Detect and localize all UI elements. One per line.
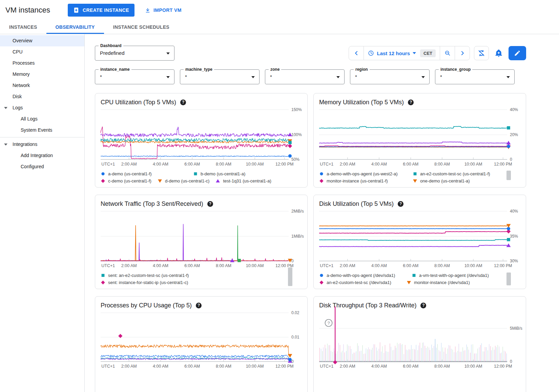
legend-scrollbar[interactable] (506, 273, 511, 285)
filter-select-instance-name[interactable]: instance_name* (95, 69, 174, 84)
auto-refresh-off-button[interactable] (474, 46, 489, 60)
legend-item[interactable]: a-demo-with-ops-agent (us-west2-a) (319, 171, 407, 176)
sidebar-item-label: All Logs (21, 116, 38, 122)
svg-text:4:00 AM: 4:00 AM (371, 364, 387, 369)
import-vm-button[interactable]: IMPORT VM (145, 4, 182, 17)
svg-text:2MiB/s: 2MiB/s (291, 209, 304, 214)
svg-text:12:00 PM: 12:00 PM (275, 162, 294, 167)
svg-text:1MiB/s: 1MiB/s (291, 234, 304, 239)
svg-text:0: 0 (291, 359, 294, 364)
filter-select-zone[interactable]: zone* (265, 69, 345, 84)
legend-item[interactable]: one-demo (us-central1-a) (413, 178, 470, 183)
tab-instances[interactable]: INSTANCES (0, 20, 46, 34)
svg-text:10:00 AM: 10:00 AM (464, 162, 482, 167)
create-instance-icon (73, 7, 79, 13)
sidebar-item-label: Logs (13, 105, 23, 110)
sidebar-item-disk[interactable]: Disk (0, 91, 84, 102)
help-icon[interactable] (180, 100, 186, 105)
time-range-selector[interactable]: Last 12 hours CET (364, 49, 440, 57)
square-marker-icon (101, 273, 105, 278)
help-icon[interactable] (398, 201, 403, 207)
dashboard-select[interactable]: Dashboard Predefined (95, 46, 174, 61)
svg-text:UTC+1: UTC+1 (320, 263, 333, 268)
sidebar-item-label: Memory (13, 71, 30, 77)
legend-label: one-demo (us-central1-a) (420, 178, 470, 183)
svg-text:8:00 AM: 8:00 AM (216, 364, 231, 369)
legend-item[interactable]: monitor-instance (us-central1-f) (319, 178, 407, 183)
sidebar-item-label: Integrations (13, 141, 37, 147)
sidebar-item-label: CPU (13, 49, 23, 55)
help-icon[interactable] (207, 201, 213, 207)
legend-item[interactable]: sent: instance-for-static-ip (us-central… (101, 280, 188, 285)
legend-item[interactable]: an-e2-custom-test-sc (/dev/sda1) (319, 280, 400, 285)
svg-text:10:00 AM: 10:00 AM (246, 263, 264, 268)
svg-text:2:00 AM: 2:00 AM (121, 162, 137, 167)
sidebar-item-system-events[interactable]: System Events (0, 125, 84, 136)
svg-text:8:00 AM: 8:00 AM (216, 263, 231, 268)
svg-text:6:00 AM: 6:00 AM (403, 263, 418, 268)
filter-label: instance_name (99, 67, 131, 72)
zoom-out-icon (444, 50, 451, 57)
time-range-value: Last 12 hours (377, 50, 410, 56)
sidebar-item-logs[interactable]: Logs (0, 102, 84, 113)
add-alert-button[interactable] (494, 49, 503, 58)
filter-select-region[interactable]: region* (350, 69, 430, 84)
legend-item[interactable]: a-demo (us-central1-f) (101, 171, 187, 176)
help-icon[interactable] (408, 100, 414, 105)
svg-text:40%: 40% (510, 209, 518, 214)
legend-scrollbar[interactable] (288, 267, 292, 286)
filter-value: * (435, 70, 514, 84)
edit-dashboard-button[interactable] (509, 46, 526, 60)
svg-text:100%: 100% (291, 132, 302, 137)
sidebar-item-network[interactable]: Network (0, 80, 84, 91)
svg-text:UTC+1: UTC+1 (320, 364, 333, 369)
legend-item[interactable]: monitor-instance (/dev/sda1) (407, 280, 470, 285)
legend-item[interactable]: a-demo-with-ops-agent (/dev/sda1) (319, 273, 406, 278)
legend-item[interactable]: c-demo (us-central1-f) (101, 178, 151, 183)
legend-item[interactable]: b-demo (us-central1-a) (193, 171, 245, 176)
time-back-button[interactable] (349, 46, 364, 60)
time-forward-button[interactable] (455, 46, 470, 60)
chart-title-memory: Memory Utilization (Top 5 VMs) (319, 99, 404, 106)
pencil-icon (514, 50, 521, 57)
chevron-down-icon (166, 52, 170, 55)
svg-text:6:00 AM: 6:00 AM (184, 162, 200, 167)
legend-scrollbar[interactable] (506, 171, 511, 180)
legend-item[interactable]: an-e2-custom-test-sc (us-central1-f) (413, 171, 490, 176)
legend-item[interactable]: sent: an-e2-custom-test-sc (us-central1-… (101, 273, 189, 278)
chart-card-processes: Processes by CPU Usage (Top 5)0.020.010U… (95, 296, 308, 392)
legend-label: an-e2-custom-test-sc (us-central1-f) (420, 171, 490, 176)
filter-select-instance-group[interactable]: instance_group* (435, 69, 515, 84)
svg-text:0: 0 (510, 359, 512, 364)
sidebar-item-processes[interactable]: Processes (0, 58, 84, 69)
legend-item[interactable]: d-demo (us-central1-c) (158, 178, 210, 183)
sidebar-item-label: Add Integration (21, 153, 53, 158)
svg-text:10:00 AM: 10:00 AM (246, 364, 264, 369)
chevron-down-icon (336, 76, 340, 78)
svg-text:0: 0 (510, 157, 512, 162)
page-title: VM instances (5, 6, 63, 15)
chart-title-disk-throughput: Disk Throughput (Top 3 Read/Write) (319, 302, 416, 309)
sidebar-item-all-logs[interactable]: All Logs (0, 113, 84, 125)
zoom-out-button[interactable] (440, 46, 455, 60)
sidebar-item-cpu[interactable]: CPU (0, 46, 84, 58)
tab-observability[interactable]: OBSERVABILITY (46, 20, 104, 34)
help-icon[interactable] (196, 303, 202, 308)
sidebar-item-memory[interactable]: Memory (0, 69, 84, 80)
chart-title-processes: Processes by CPU Usage (Top 5) (101, 302, 192, 309)
filter-bar: instance_name*machine_type*zone*region*i… (95, 69, 526, 84)
create-instance-button[interactable]: CREATE INSTANCE (68, 4, 134, 17)
sidebar-item-overview[interactable]: Overview (0, 35, 84, 46)
svg-text:35%: 35% (510, 234, 518, 239)
help-icon[interactable] (420, 303, 426, 308)
tab-instance-schedules[interactable]: INSTANCE SCHEDULES (104, 20, 179, 34)
legend-label: a-vm-test-with-op-agent (/dev/sda1) (419, 273, 489, 278)
svg-text:6:00 AM: 6:00 AM (403, 162, 418, 167)
filter-select-machine-type[interactable]: machine_type* (180, 69, 260, 84)
sidebar-item-integrations[interactable]: Integrations (0, 139, 84, 150)
sidebar-item-configured[interactable]: Configured (0, 161, 84, 172)
svg-text:4:00 AM: 4:00 AM (371, 162, 387, 167)
legend-item[interactable]: a-vm-test-with-op-agent (/dev/sda1) (412, 273, 489, 278)
legend-item[interactable]: test-1q31 (us-central1-a) (215, 178, 271, 183)
sidebar-item-add-integration[interactable]: Add Integration (0, 150, 84, 161)
